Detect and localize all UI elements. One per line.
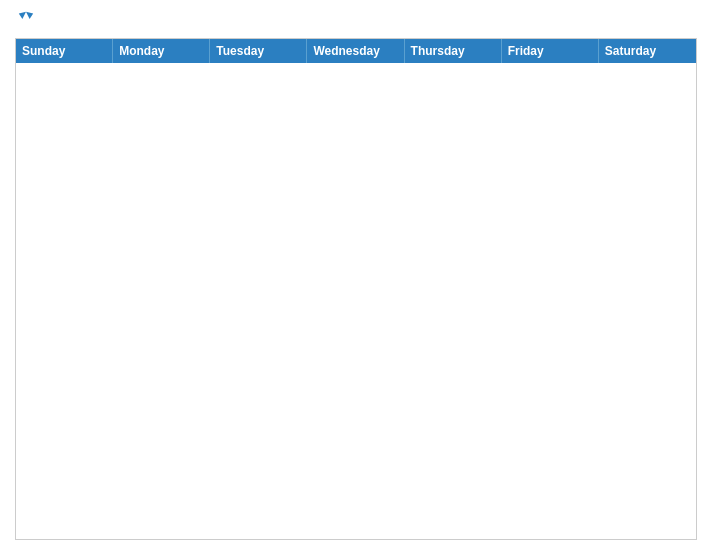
day-header-sunday: Sunday [16, 39, 113, 63]
logo-text [15, 10, 35, 32]
day-header-wednesday: Wednesday [307, 39, 404, 63]
day-header-tuesday: Tuesday [210, 39, 307, 63]
logo [15, 10, 35, 32]
calendar: SundayMondayTuesdayWednesdayThursdayFrid… [15, 38, 697, 540]
svg-marker-0 [26, 12, 33, 19]
day-header-thursday: Thursday [405, 39, 502, 63]
day-header-saturday: Saturday [599, 39, 696, 63]
calendar-page: SundayMondayTuesdayWednesdayThursdayFrid… [0, 0, 712, 550]
day-header-friday: Friday [502, 39, 599, 63]
day-header-monday: Monday [113, 39, 210, 63]
logo-icon [17, 10, 35, 28]
page-header [15, 10, 697, 32]
weeks-container [16, 63, 696, 539]
days-header: SundayMondayTuesdayWednesdayThursdayFrid… [16, 39, 696, 63]
svg-marker-1 [19, 12, 26, 19]
